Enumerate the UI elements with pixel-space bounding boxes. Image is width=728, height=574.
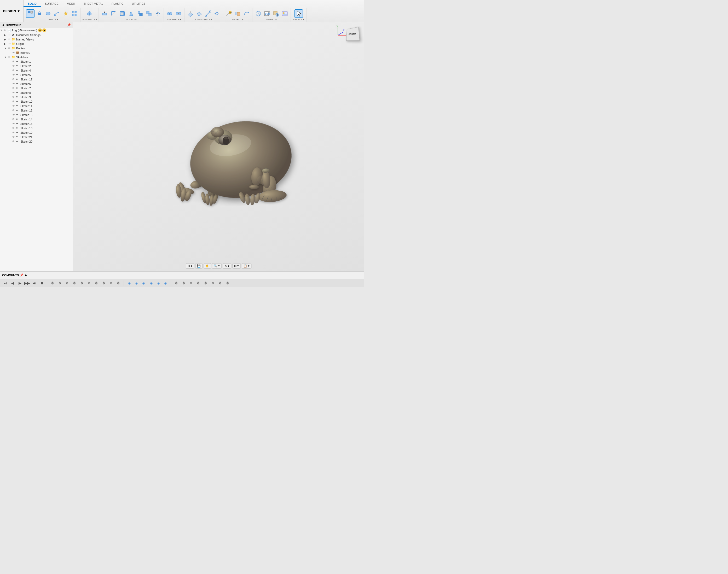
move-icon[interactable] [154, 9, 162, 18]
tree-eye-21[interactable]: 👁 [12, 122, 16, 125]
nav-icon-5[interactable]: ✥ [79, 280, 85, 286]
tree-eye-11[interactable]: 👁 [12, 78, 16, 81]
nav-icon-6[interactable]: ✥ [86, 280, 92, 286]
star-icon[interactable] [62, 9, 70, 18]
tree-eye-20[interactable]: 👁 [12, 118, 16, 121]
step-forward-icon[interactable]: ▶▶ [24, 280, 30, 286]
press-pull-icon[interactable] [100, 9, 109, 18]
nav-icon-10[interactable]: ✥ [115, 280, 121, 286]
assemble-label[interactable]: ASSEMBLE ▾ [167, 18, 181, 21]
tree-item-sketch15[interactable]: 👁✏Sketch15 [0, 121, 73, 126]
tree-item-bodies[interactable]: ▼👁📁Bodies [0, 46, 73, 50]
shell-icon[interactable] [118, 9, 126, 18]
view-icon-4[interactable]: ◈ [148, 280, 154, 286]
viewport[interactable]: X Y Z FRONT ⊕ ▾ 💾 ✋ 🔍 ▾ ☀ ▾ ⊞ ▾ 📋 ▾ [73, 22, 364, 271]
tree-eye-12[interactable]: 👁 [12, 82, 16, 85]
tree-eye-14[interactable]: 👁 [12, 91, 16, 94]
offset-plane-icon[interactable] [186, 9, 194, 18]
extrude-icon[interactable] [35, 9, 43, 18]
automate-icon[interactable] [85, 9, 94, 18]
revolve-icon[interactable] [44, 9, 52, 18]
nav-icon-2[interactable]: ✥ [57, 280, 63, 286]
tree-eye-5[interactable]: 👁 [12, 51, 16, 54]
tree-eye-23[interactable]: 👁 [12, 131, 16, 134]
display-style-control[interactable]: ☀ ▾ [223, 263, 231, 269]
tree-item-sketch9[interactable]: 👁✏Sketch9 [0, 95, 73, 99]
modify-label[interactable]: MODIFY ▾ [126, 18, 137, 21]
record-icon[interactable]: ⏺ [39, 280, 45, 286]
tree-item-documentsettings[interactable]: ▶👁⚙Document Settings [0, 33, 73, 37]
point-icon[interactable] [213, 9, 221, 18]
skip-forward-icon[interactable]: ⏭ [31, 280, 38, 286]
tree-item-sketch19[interactable]: 👁✏Sketch19 [0, 130, 73, 135]
tree-arrow-6[interactable]: ▼ [4, 56, 8, 58]
cube-wrapper[interactable]: FRONT [341, 28, 359, 46]
tree-item-sketch20[interactable]: 👁✏Sketch20 [0, 139, 73, 144]
combine-icon[interactable] [145, 9, 153, 18]
pattern-icon[interactable] [71, 9, 79, 18]
browser-collapse-icon[interactable]: ◀ [2, 24, 4, 26]
tree-eye-15[interactable]: 👁 [12, 95, 16, 98]
interference-icon[interactable] [233, 9, 242, 18]
select-icon[interactable] [295, 9, 303, 18]
view-cube-face[interactable]: FRONT [346, 27, 360, 41]
tab-plastic[interactable]: PLASTIC [107, 1, 128, 7]
zoom-control[interactable]: 🔍 ▾ [212, 263, 222, 269]
tree-eye-18[interactable]: 👁 [12, 109, 16, 112]
tree-item-sketch21[interactable]: 👁✏Sketch21 [0, 135, 73, 139]
measure-icon[interactable]: MM [225, 9, 233, 18]
tree-item-sketch13[interactable]: 👁✏Sketch13 [0, 113, 73, 117]
joint-icon[interactable] [165, 9, 174, 18]
tree-eye-22[interactable]: 👁 [12, 127, 16, 129]
fillet-icon[interactable] [109, 9, 118, 18]
view-icon-1[interactable]: ◈ [126, 280, 132, 286]
create-component-icon[interactable] [26, 9, 35, 18]
misc-icon-1[interactable]: ✥ [173, 280, 180, 286]
nav-icon-4[interactable]: ✥ [71, 280, 78, 286]
tree-eye-6[interactable]: 👁 [8, 56, 11, 58]
tree-item-sketch5[interactable]: 👁✏Sketch5 [0, 73, 73, 77]
tree-item-sketch10[interactable]: 👁✏Sketch10 [0, 99, 73, 104]
pan-control[interactable]: ✋ [203, 263, 211, 269]
tree-item-namedviews[interactable]: ▶👁📁Named Views [0, 37, 73, 42]
insert-svg-icon[interactable]: SVG [263, 9, 271, 18]
nav-icon-7[interactable]: ✥ [93, 280, 100, 286]
tree-item-sketch7[interactable]: 👁✏Sketch7 [0, 86, 73, 90]
automate-label[interactable]: AUTOMATE ▾ [82, 18, 97, 21]
tab-surface[interactable]: SURFACE [41, 1, 63, 7]
tree-item-sketch11[interactable]: 👁✏Sketch11 [0, 104, 73, 108]
tree-eye-1[interactable]: 👁 [8, 33, 11, 36]
tree-item-origin[interactable]: ▶👁📁Origin [0, 42, 73, 46]
draft-icon[interactable] [127, 9, 136, 18]
rigid-group-icon[interactable] [174, 9, 183, 18]
construct-label[interactable]: CONSTRUCT ▾ [195, 18, 212, 21]
decal-icon[interactable]: D [272, 9, 280, 18]
tree-eye-3[interactable]: 👁 [8, 42, 11, 45]
axis-icon[interactable] [204, 9, 212, 18]
play-icon[interactable]: ▶ [17, 280, 23, 286]
tree-eye-10[interactable]: 👁 [12, 73, 16, 76]
tree-eye-17[interactable]: 👁 [12, 105, 16, 107]
save-control[interactable]: 💾 [195, 263, 202, 269]
midplane-icon[interactable] [195, 9, 203, 18]
tree-eye-8[interactable]: 👁 [12, 65, 16, 67]
tree-arrow-4[interactable]: ▼ [4, 47, 8, 50]
grid-control[interactable]: ⊞ ▾ [232, 263, 241, 269]
tab-sheet-metal[interactable]: SHEET METAL [79, 1, 107, 7]
tree-arrow-2[interactable]: ▶ [4, 38, 8, 41]
nav-icon-8[interactable]: ✥ [101, 280, 107, 286]
misc-icon-3[interactable]: ✥ [188, 280, 194, 286]
insert-label[interactable]: INSERT ▾ [266, 18, 277, 21]
tree-eye-7[interactable]: 👁 [12, 60, 16, 63]
nav-icon-9[interactable]: ✥ [108, 280, 114, 286]
tree-eye-25[interactable]: 👁 [12, 140, 16, 143]
tree-item-sketch18[interactable]: 👁✏Sketch18 [0, 126, 73, 130]
curvature-icon[interactable] [242, 9, 251, 18]
tree-eye-4[interactable]: 👁 [8, 47, 11, 50]
tree-item-sketches[interactable]: ▼👁📁Sketches [0, 55, 73, 59]
tab-mesh[interactable]: MESH [63, 1, 79, 7]
view-cube[interactable]: X Y Z FRONT [338, 28, 359, 48]
scale-icon[interactable] [136, 9, 144, 18]
select-label[interactable]: SELECT ▾ [293, 18, 304, 21]
tab-solid[interactable]: SOLID [24, 1, 41, 7]
